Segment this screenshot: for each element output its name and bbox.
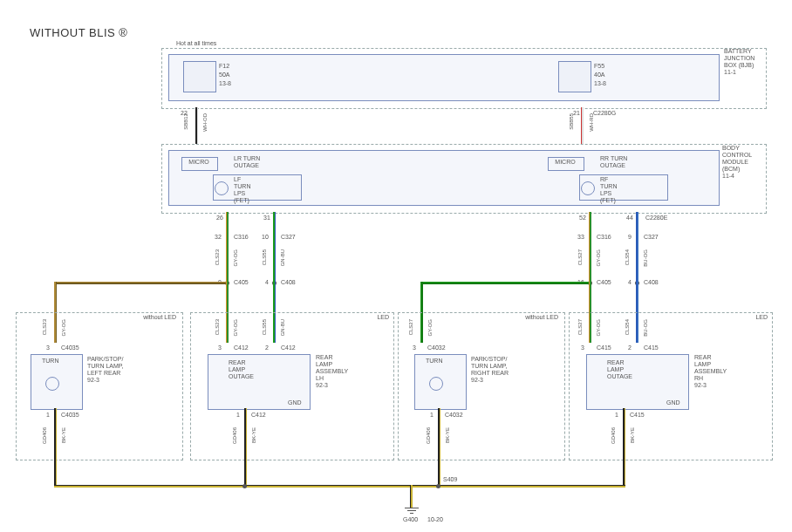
- b2-conn-in-l: C412: [234, 344, 249, 351]
- bcm-pin-c: 52: [579, 215, 586, 221]
- b1-conn-in: C4035: [61, 344, 79, 351]
- hot-label: Hot at all times: [176, 40, 216, 47]
- fuse-f55: [558, 61, 591, 92]
- ground-node: G400: [403, 516, 418, 523]
- bcm-pin-d: 44: [626, 215, 633, 221]
- b4-conn-in-r: C415: [644, 344, 659, 351]
- gnode2: [242, 484, 247, 488]
- wire-d-id: CLS54: [625, 249, 630, 265]
- gnode3: [436, 484, 440, 488]
- gwire1: [54, 408, 57, 485]
- wire-a-id: CLS23: [215, 249, 220, 265]
- z3-drop-color: GY-OG: [427, 319, 433, 336]
- gwire3: [438, 408, 440, 485]
- lamp2-title1: REAR LAMP OUTAGE: [229, 359, 254, 380]
- wire-b: [273, 212, 276, 278]
- fuse-f12-rating: 50A: [219, 72, 229, 78]
- wire-a-pin: 32: [215, 234, 222, 240]
- z2r-drop-id: CLS55: [262, 319, 267, 335]
- bcm-right-title: RR TURN OUTAGE: [600, 155, 627, 169]
- bjb-pin-right: 21: [573, 110, 580, 116]
- b3-pin-out: 1: [430, 412, 434, 418]
- wire-b-id: CLS55: [262, 249, 267, 265]
- wire-d: [636, 212, 638, 278]
- z1-drop-color: GY-OG: [61, 319, 66, 336]
- wire-sbb55-color: WH-RD: [589, 113, 594, 132]
- wire-sbb12-color: WH-OD: [202, 113, 208, 132]
- z1-gnd-id: GD406: [42, 427, 47, 444]
- wire-sbb55: [581, 107, 584, 144]
- split-b-pin: 4: [265, 279, 269, 285]
- z3-drop-id: CLS27: [408, 319, 413, 335]
- bcm-left-fet-icon: [215, 181, 229, 195]
- fuse-f12-id: F12: [219, 63, 229, 70]
- b2-conn-out: C412: [251, 412, 266, 419]
- zone2-tag: LED: [358, 314, 389, 321]
- z4r-drop-id: CLS54: [625, 319, 630, 335]
- lamp3-turn-icon: [429, 377, 443, 391]
- wire-c-pin: 33: [577, 234, 584, 240]
- z2l-drop-color: GY-OG: [233, 319, 238, 336]
- bjb-name: BATTERY JUNCTION BOX (BJB) 11-1: [724, 48, 754, 76]
- wire-a-color: GY-OG: [233, 249, 238, 266]
- split-d-pin: 4: [628, 279, 632, 285]
- bcm-pin-a: 26: [216, 215, 223, 221]
- wire-b-color: GN-BU: [280, 249, 285, 266]
- z2r-drop-color: GN-BU: [280, 319, 285, 336]
- wire-b-pin: 10: [262, 234, 269, 240]
- ground-stub: [410, 485, 413, 508]
- z2l-drop-id: CLS23: [215, 319, 220, 335]
- b2-pin-in-r: 2: [265, 344, 269, 351]
- wire-b-conn: C327: [281, 234, 296, 241]
- z4l-drop-id: CLS27: [577, 319, 583, 335]
- zone4-tag: LED: [736, 314, 768, 321]
- wire-sbb55-id: SBB55: [569, 113, 574, 130]
- z1-gnd-color: BK-YE: [61, 427, 66, 443]
- bjb-inner: [168, 54, 720, 101]
- wire-sbb12: [195, 107, 198, 144]
- b4-conn-out: C415: [630, 412, 645, 419]
- b2-conn-in-r: C412: [281, 344, 296, 351]
- b4-conn-in-l: C415: [597, 344, 611, 351]
- gwire2: [244, 408, 247, 485]
- z1-drop-id: CLS23: [42, 319, 47, 335]
- ground-bus: [54, 485, 625, 488]
- gwire4: [623, 408, 625, 485]
- wire-a-conn: C316: [234, 234, 249, 241]
- lamp3-title: PARK/STOP/ TURN LAMP, RIGHT REAR 92-3: [471, 356, 509, 384]
- b4-pin-in-r: 2: [628, 344, 632, 351]
- fuse-f55-ref: 13-8: [594, 80, 606, 87]
- wire-d-conn: C327: [644, 234, 659, 241]
- split-b-conn: C408: [281, 279, 296, 286]
- b4-pin-in-l: 3: [581, 344, 584, 351]
- bcm-name: BODY CONTROL MODULE (BCM) 11-4: [722, 145, 752, 180]
- b1-conn-out: C4035: [61, 412, 79, 419]
- ground-ref: 10-20: [427, 516, 443, 523]
- zone3-tag: without LED: [504, 314, 558, 321]
- bcm-right-conn: C2280E: [645, 215, 667, 222]
- lamp1-title: PARK/STOP/ TURN LAMP, LEFT REAR 92-3: [87, 356, 124, 384]
- z4l-drop-color: GY-OG: [596, 319, 601, 336]
- b3-pin-in: 3: [413, 344, 416, 351]
- lamp1-turn: TURN: [42, 358, 58, 365]
- z2-gnd-id: GD406: [232, 427, 237, 444]
- b1-pin-in: 3: [46, 344, 50, 351]
- lamp4-title1: REAR LAMP OUTAGE: [607, 359, 632, 380]
- hwire-c-left: [420, 282, 591, 284]
- wire-c: [589, 212, 591, 278]
- diagram-title: WITHOUT BLIS ®: [30, 26, 127, 39]
- z2-gnd-color: BK-YE: [251, 427, 256, 443]
- lamp2-title2: REAR LAMP ASSEMBLY LH 92-3: [316, 354, 348, 389]
- b4-pin-out: 1: [615, 412, 618, 418]
- bcm-pin-b: 31: [263, 215, 270, 221]
- splice-label: S409: [443, 476, 457, 483]
- bcm-left-lps: LF TURN LPS (FET): [234, 176, 250, 204]
- lamp1-turn-icon: [45, 377, 59, 391]
- wire-sbb12-id: SBB12: [183, 113, 188, 130]
- zone1-tag: without LED: [122, 314, 176, 321]
- fuse-f12: [183, 61, 216, 92]
- fuse-f12-ref: 13-8: [219, 80, 231, 87]
- bcm-right-lps: RF TURN LPS (FET): [600, 176, 617, 204]
- z4-gnd-id: GD406: [611, 427, 616, 444]
- hwire-a-left: [54, 282, 229, 284]
